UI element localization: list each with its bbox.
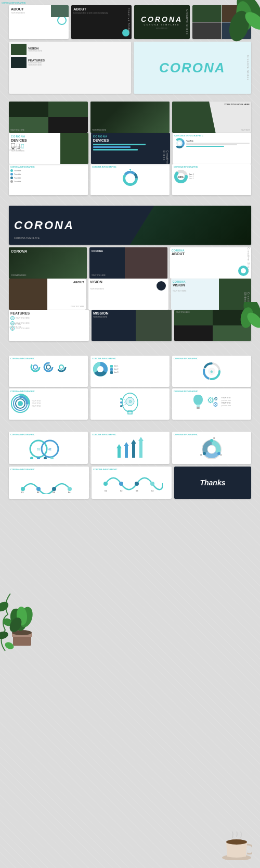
gear-t2: your text here — [222, 399, 231, 401]
feat-item-1: 1 YOUR TITLE HERE — [10, 316, 87, 320]
vision-dark-circle — [157, 281, 166, 291]
mission-title: MISSION — [93, 311, 170, 315]
feat-item-2: 2 YOUR TITLE HERE — [10, 321, 87, 325]
about-title-2: ABOUT — [73, 7, 129, 11]
devices-title-2: DEVICES — [93, 139, 168, 142]
slide-plant-1: YOUR TITLE HERE — [90, 102, 170, 133]
info-text-3: Your title — [14, 177, 21, 179]
pie-content: Item 1 Item 2 Item 3 — [92, 361, 168, 378]
slide-checker-1: YOUR TITLE HERE — [9, 102, 88, 133]
vision-text: YOUR TITLE HERE — [28, 50, 42, 52]
arrows-label: CORONA INFOGRAPHIC — [92, 433, 168, 436]
vision-circle-title: VISION — [90, 280, 167, 284]
svg-point-86 — [36, 487, 41, 491]
c-line-3: YOUR TITLE — [32, 405, 41, 407]
info-bar-a — [186, 143, 250, 144]
svg-point-87 — [52, 487, 56, 491]
concentric-content: YOUR TITLE YOUR TITLE YOUR TITLE — [10, 394, 86, 413]
svg-point-78 — [207, 445, 216, 454]
svg-point-71 — [30, 457, 33, 459]
gear-content: ⚙ ⚙ ⚙ YOUR TITLE your text here YOUR TIT… — [174, 394, 250, 409]
svg-text:04: 04 — [151, 489, 154, 492]
gear-t3: YOUR TITLE — [222, 402, 231, 404]
loops-svg: 01 02 — [24, 438, 73, 459]
svg-point-39 — [57, 363, 66, 371]
about-vert: Creative Slides — [247, 247, 250, 273]
about-portrait-title: ABOUT — [73, 281, 84, 284]
slide-about-1: ABOUT YOUR TITLE HERE — [9, 5, 69, 39]
arrow-up-4 — [138, 437, 144, 441]
arrow-bar-2 — [124, 442, 129, 458]
cell-1 — [9, 102, 48, 117]
svg-point-42 — [97, 366, 103, 372]
slide-corona-plant: CORONA CORONA TEMPLATE — [9, 247, 87, 279]
svg-point-94 — [119, 482, 123, 486]
donut-info-label: CORONA INFOGRAPHIC — [92, 166, 116, 168]
ring-svg: 60% — [174, 169, 188, 184]
arrows-content — [92, 437, 168, 458]
dot-4 — [10, 180, 13, 183]
section-devices-row: CORONA DEVICES YOUR TEXT HERE Creative S… — [6, 133, 254, 161]
potted-plant-left — [3, 601, 42, 648]
photo-thumb-1 — [51, 5, 69, 17]
svg-text:02: 02 — [220, 454, 222, 456]
feat-text-1: YOUR TITLE HERE — [16, 317, 30, 319]
hero-plant-bg — [130, 206, 251, 245]
svg-point-30 — [129, 169, 131, 170]
slide-circular-info: CORONA INFOGRAPHIC ⊕ — [172, 356, 251, 387]
section-infographic-row2: CORONA INFOGRAPHIC CORONA INFOGRAPHIC — [6, 356, 254, 386]
bar-2 — [93, 146, 131, 148]
vision-row: VISION YOUR TITLE HERE — [11, 44, 129, 55]
corona-template-sub: CORONA TEMPLATE — [144, 23, 180, 26]
svg-text:⚙: ⚙ — [214, 396, 218, 401]
photo-q1 — [192, 5, 222, 22]
svg-text:⊕: ⊕ — [210, 370, 213, 373]
l1-color — [110, 365, 113, 368]
cell-4 — [48, 117, 88, 133]
bar-body-1 — [118, 448, 121, 458]
info-row-3: Your title — [10, 177, 86, 179]
photo-q3 — [192, 22, 222, 39]
slide-gear-info: CORONA INFOGRAPHIC ⚙ ⚙ ⚙ YOUR TITLE — [172, 388, 251, 420]
slide-about-light: CORONA ABOUT Creative Slides — [170, 247, 251, 279]
features-text2: YOUR TEXT HERE — [28, 64, 45, 66]
ring-c — [56, 361, 67, 373]
l2-text: Item 2 — [114, 368, 118, 370]
donut-chart-svg: title — [121, 169, 139, 187]
svg-point-59 — [120, 405, 122, 407]
dark-checker-text: YOUR TITLE HERE — [176, 311, 190, 313]
svg-point-96 — [150, 482, 154, 486]
slide-vision-circle: VISION YOUR TITLE HERE — [88, 279, 168, 310]
infographic-label-1: CORONA INFOGRAPHIC — [174, 134, 250, 137]
legend-3: Item 3 — [110, 371, 168, 374]
phone-icon — [21, 144, 24, 148]
info-text-4: Your title — [14, 181, 21, 183]
hero-section: VISION YOUR TITLE HERE FEATURES YOUR TEX… — [9, 42, 251, 94]
features-row: FEATURES YOUR TEXT HERE YOUR TEXT HERE — [11, 57, 129, 68]
svg-point-36 — [33, 365, 37, 369]
slide-corona-main: CORONA CORONA TEMPLATE www.create.com Cr… — [134, 5, 190, 39]
dot-2 — [10, 173, 13, 175]
legend-1: Item 1 — [110, 365, 168, 368]
svg-point-25 — [22, 147, 23, 148]
dot-1 — [10, 169, 13, 172]
corona-small-2: CORONA — [11, 249, 27, 253]
corona-hero-text: CORONA — [14, 219, 74, 232]
slide-head-info: CORONA INFOGRAPHIC ⚙ — [90, 388, 170, 420]
cog-content: 01 02 03 — [174, 437, 250, 462]
concentric-svg — [10, 394, 30, 413]
pie-legend: Item 1 Item 2 Item 3 — [110, 365, 168, 374]
creative-text-2: Creative Slides — [127, 8, 131, 33]
gear-t1: YOUR TITLE — [222, 397, 231, 399]
slide-devices-2: CORONA DEVICES Creative Slides — [91, 133, 171, 164]
list-info-label: CORONA INFOGRAPHIC — [10, 166, 86, 168]
wave1-content: 01 02 03 04 — [10, 472, 87, 496]
wave2-label: CORONA INFOGRAPHIC — [93, 468, 170, 471]
section-infographic-row1: CORONA INFOGRAPHIC Your title Your title… — [6, 164, 254, 193]
info-title-1: Your Title — [186, 140, 250, 142]
corona-big-blue: CORONA — [159, 60, 226, 76]
bottom-spacer — [6, 501, 254, 543]
gap-4 — [6, 421, 254, 432]
svg-text:02: 02 — [48, 448, 51, 451]
gears-svg: ⚙ ⚙ ⚙ — [205, 394, 220, 409]
